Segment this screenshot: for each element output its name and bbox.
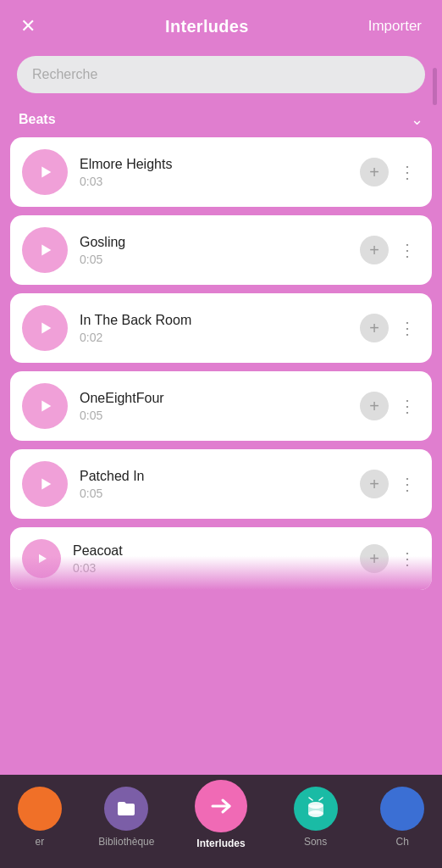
- nav-item-interludes[interactable]: Interludes: [191, 787, 251, 849]
- nav-icon-right-partial: [380, 787, 424, 831]
- nav-item-bibliotheque[interactable]: Bibliothèque: [97, 787, 156, 848]
- track-duration: 0:03: [73, 561, 348, 575]
- track-card: Peacoat 0:03 + ⋮: [10, 527, 432, 590]
- play-button[interactable]: [22, 227, 68, 273]
- track-actions: + ⋮: [360, 544, 420, 573]
- track-actions: + ⋮: [360, 158, 420, 186]
- track-name: Patched In: [80, 469, 348, 484]
- play-button[interactable]: [22, 149, 68, 195]
- play-button[interactable]: [22, 461, 68, 507]
- importer-button[interactable]: Importer: [368, 18, 422, 35]
- add-button[interactable]: +: [360, 544, 389, 573]
- track-name: Gosling: [80, 235, 348, 250]
- play-button[interactable]: [22, 539, 61, 578]
- bottom-nav: er Bibliothèque Interludes: [0, 775, 442, 868]
- header: ✕ Interludes Importer: [0, 0, 442, 49]
- track-actions: + ⋮: [360, 314, 420, 342]
- drum-icon: [294, 787, 338, 831]
- arrow-right-icon: [195, 780, 247, 832]
- track-duration: 0:05: [80, 409, 348, 422]
- track-info: Gosling 0:05: [80, 235, 348, 266]
- scroll-indicator: [433, 68, 437, 105]
- tracks-list: Elmore Heights 0:03 + ⋮ Gosling 0:05 + ⋮…: [0, 137, 442, 590]
- track-name: In The Back Room: [80, 313, 348, 328]
- svg-marker-4: [41, 479, 51, 490]
- nav-item-sons[interactable]: Sons: [286, 787, 345, 848]
- nav-label-right-partial: Ch: [396, 836, 409, 848]
- track-card-partial-wrap: Peacoat 0:03 + ⋮: [10, 527, 432, 590]
- track-card: Gosling 0:05 + ⋮: [10, 215, 432, 285]
- more-options-button[interactable]: ⋮: [395, 545, 420, 572]
- track-duration: 0:03: [80, 175, 348, 188]
- page-title: Interludes: [165, 17, 249, 36]
- track-actions: + ⋮: [360, 470, 420, 498]
- search-input[interactable]: [17, 56, 425, 93]
- track-info: Elmore Heights 0:03: [80, 157, 348, 188]
- add-button[interactable]: +: [360, 158, 389, 186]
- more-options-button[interactable]: ⋮: [395, 392, 420, 420]
- track-info: Patched In 0:05: [80, 469, 348, 500]
- nav-label-bibliotheque: Bibliothèque: [98, 836, 154, 848]
- more-options-button[interactable]: ⋮: [395, 470, 420, 498]
- nav-item-partial-left[interactable]: er: [18, 787, 62, 848]
- svg-line-10: [309, 798, 312, 800]
- folder-icon: [104, 787, 148, 831]
- track-duration: 0:05: [80, 487, 348, 500]
- add-button[interactable]: +: [360, 470, 389, 498]
- beats-section-header: Beats ⌄: [0, 105, 442, 137]
- search-container: [0, 49, 442, 105]
- more-options-button[interactable]: ⋮: [395, 314, 420, 342]
- track-info: OneEightFour 0:05: [80, 391, 348, 422]
- track-card: Elmore Heights 0:03 + ⋮: [10, 137, 432, 207]
- add-button[interactable]: +: [360, 236, 389, 264]
- track-card: Patched In 0:05 + ⋮: [10, 449, 432, 519]
- nav-label-left-partial: er: [35, 836, 44, 848]
- add-button[interactable]: +: [360, 392, 389, 420]
- track-info: In The Back Room 0:02: [80, 313, 348, 344]
- track-actions: + ⋮: [360, 236, 420, 264]
- track-name: Peacoat: [73, 543, 348, 559]
- svg-marker-5: [39, 554, 47, 564]
- add-button[interactable]: +: [360, 314, 389, 342]
- svg-marker-3: [41, 401, 51, 412]
- play-button[interactable]: [22, 305, 68, 351]
- svg-marker-2: [41, 323, 51, 334]
- svg-marker-1: [41, 245, 51, 256]
- nav-label-interludes: Interludes: [196, 837, 245, 849]
- nav-label-sons: Sons: [304, 836, 327, 848]
- track-duration: 0:05: [80, 253, 348, 266]
- svg-marker-0: [41, 167, 51, 178]
- nav-item-partial-right[interactable]: Ch: [380, 787, 424, 848]
- close-button[interactable]: ✕: [20, 15, 46, 37]
- more-options-button[interactable]: ⋮: [395, 159, 420, 186]
- track-name: Elmore Heights: [80, 157, 348, 172]
- track-actions: + ⋮: [360, 392, 420, 420]
- chevron-down-icon[interactable]: ⌄: [411, 110, 423, 129]
- track-duration: 0:02: [80, 331, 348, 344]
- track-info: Peacoat 0:03: [73, 543, 348, 575]
- svg-point-9: [308, 810, 323, 817]
- track-card: In The Back Room 0:02 + ⋮: [10, 293, 432, 363]
- play-button[interactable]: [22, 383, 68, 429]
- beats-label: Beats: [19, 112, 56, 127]
- nav-icon-left-partial: [18, 787, 62, 831]
- svg-line-11: [319, 798, 323, 800]
- more-options-button[interactable]: ⋮: [395, 236, 420, 264]
- track-card: OneEightFour 0:05 + ⋮: [10, 371, 432, 441]
- track-name: OneEightFour: [80, 391, 348, 406]
